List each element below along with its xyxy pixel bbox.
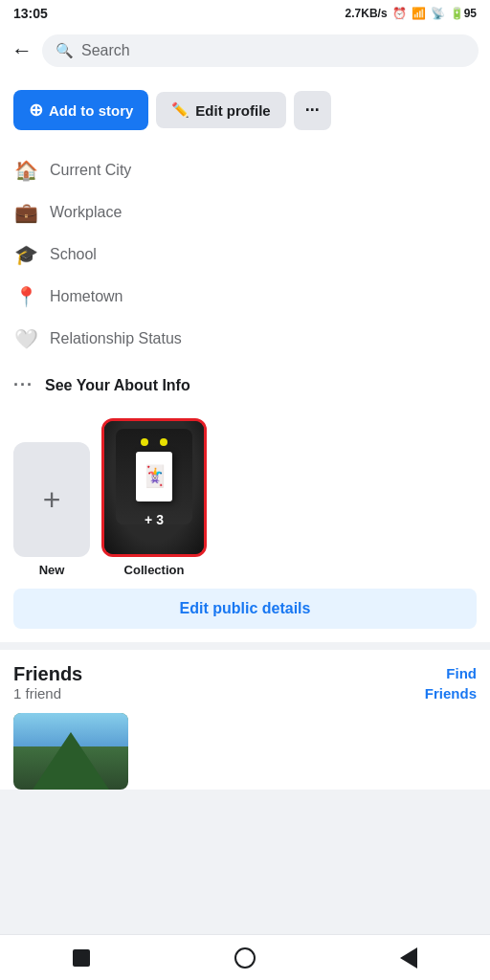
battery-icon: 🔋95 — [450, 7, 477, 20]
info-school[interactable]: 🎓 School — [13, 234, 477, 276]
back-triangle-icon — [400, 947, 417, 969]
alarm-icon: ⏰ — [392, 7, 407, 20]
more-options-button[interactable]: ··· — [294, 91, 331, 130]
signal-icon: 📶 — [412, 7, 426, 20]
add-story-label: Add to story — [49, 102, 133, 119]
info-relationship[interactable]: 🤍 Relationship Status — [13, 318, 477, 360]
search-input-wrap[interactable]: 🔍 Search — [42, 34, 479, 67]
info-hometown[interactable]: 📍 Hometown — [13, 276, 477, 318]
add-to-story-button[interactable]: ⊕ Add to story — [13, 90, 148, 130]
briefcase-icon: 💼 — [13, 201, 38, 224]
search-placeholder: Search — [81, 42, 130, 59]
friends-title-group: Friends 1 friend — [13, 663, 82, 702]
edit-profile-button[interactable]: ✏️ Edit profile — [156, 92, 285, 128]
dots-icon: ··· — [13, 375, 33, 395]
edit-public-button[interactable]: Edit public details — [13, 589, 477, 629]
new-story-label: New — [39, 563, 65, 577]
friend-thumbnail[interactable] — [13, 713, 128, 790]
playing-card — [136, 452, 172, 501]
see-about-row[interactable]: ··· See Your About Info — [0, 364, 490, 409]
find-friends-button[interactable]: Find Friends — [425, 663, 477, 703]
collection-label: Collection — [124, 563, 185, 577]
search-icon: 🔍 — [56, 42, 74, 59]
ellipsis-icon: ··· — [305, 100, 320, 121]
pin-icon: 📍 — [13, 285, 38, 308]
info-list: 🏠 Current City 💼 Workplace 🎓 School 📍 Ho… — [0, 142, 490, 364]
school-label: School — [50, 246, 97, 263]
nav-stop-button[interactable] — [67, 944, 96, 972]
action-buttons-row: ⊕ Add to story ✏️ Edit profile ··· — [0, 78, 490, 142]
network-speed: 2.7KB/s — [345, 7, 388, 20]
battery-level: 95 — [464, 7, 477, 20]
graduation-icon: 🎓 — [13, 243, 38, 266]
info-current-city[interactable]: 🏠 Current City — [13, 149, 477, 191]
stop-icon — [73, 949, 90, 967]
relationship-label: Relationship Status — [50, 330, 182, 347]
joker-left-eye — [141, 438, 148, 446]
hometown-label: Hometown — [50, 288, 122, 305]
edit-profile-label: Edit profile — [195, 102, 270, 119]
tree-art — [33, 732, 109, 790]
joker-eyes — [116, 438, 192, 446]
friends-title: Friends — [13, 663, 82, 685]
joker-face-art — [116, 429, 192, 524]
back-button[interactable]: ← — [11, 38, 33, 63]
nav-home-button[interactable] — [231, 944, 259, 972]
joker-right-eye — [160, 438, 167, 446]
status-time: 13:05 — [13, 6, 48, 21]
friends-count: 1 friend — [13, 685, 82, 702]
friends-header: Friends 1 friend Find Friends — [13, 663, 477, 703]
status-bar: 13:05 2.7KB/s ⏰ 📶 📡 🔋95 — [0, 0, 490, 27]
circle-icon — [234, 947, 256, 969]
edit-public-section: Edit public details — [0, 577, 490, 642]
story-collection-box[interactable]: + 3 — [101, 418, 207, 557]
workplace-label: Workplace — [50, 204, 122, 221]
edit-public-label: Edit public details — [180, 600, 311, 616]
search-bar-row: ← 🔍 Search — [0, 27, 490, 78]
bottom-navigation — [0, 934, 490, 980]
plus-circle-icon: ⊕ — [29, 100, 43, 121]
status-right: 2.7KB/s ⏰ 📶 📡 🔋95 — [345, 7, 477, 20]
pencil-icon: ✏️ — [171, 101, 189, 119]
see-about-label: See Your About Info — [45, 377, 190, 394]
plus-icon: + — [43, 482, 61, 518]
story-section: + New + 3 Collection — [0, 409, 490, 577]
new-story-item[interactable]: + New — [13, 442, 90, 577]
friends-section: Friends 1 friend Find Friends — [0, 650, 490, 790]
info-workplace[interactable]: 💼 Workplace — [13, 191, 477, 234]
home-icon: 🏠 — [13, 159, 38, 182]
story-count-label: + 3 — [104, 512, 204, 527]
heart-icon: 🤍 — [13, 327, 38, 350]
current-city-label: Current City — [50, 162, 131, 179]
nav-back-button[interactable] — [394, 944, 423, 972]
story-collection-item[interactable]: + 3 Collection — [101, 418, 207, 577]
new-story-box[interactable]: + — [13, 442, 90, 557]
wifi-icon: 📡 — [431, 7, 445, 20]
